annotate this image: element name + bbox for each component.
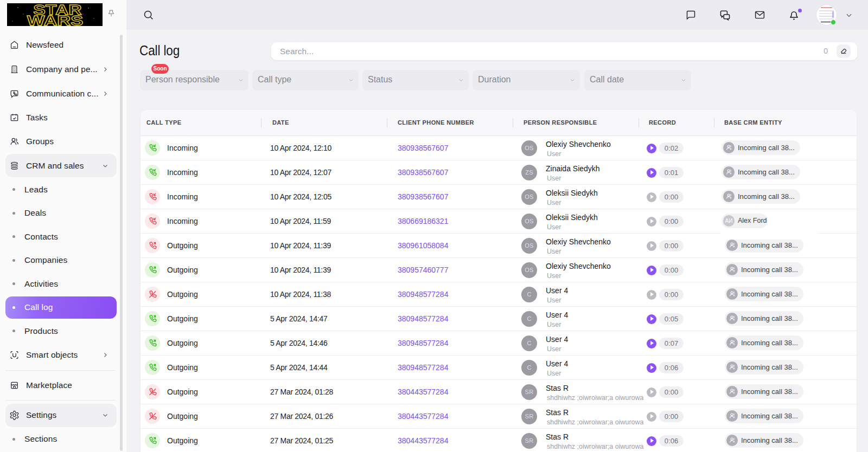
- svg-text:WARS: WARS: [27, 12, 84, 26]
